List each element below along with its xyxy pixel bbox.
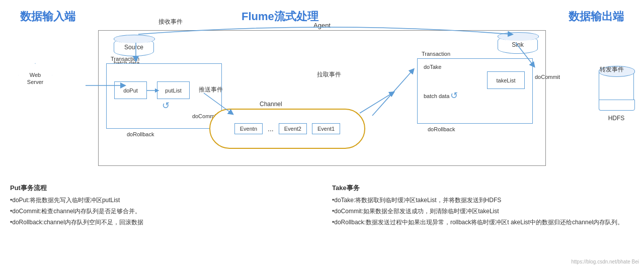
dots: ... bbox=[268, 125, 274, 133]
batch-data-right: batch data bbox=[424, 93, 449, 99]
transaction-left: Transaction doPut putList ↺ doCommit bbox=[106, 63, 222, 129]
rotate-arrow-left: ↺ bbox=[162, 100, 170, 111]
doput-box: doPut bbox=[114, 81, 147, 99]
put-item-1: •doPut:将批数据先写入临时缓冲区putList bbox=[10, 196, 312, 205]
take-item-2: •doCommit:如果数据全部发送成功，则清除临时缓冲区takeList bbox=[332, 207, 634, 216]
event1-box: Event1 bbox=[312, 123, 340, 134]
dorollback-left: doRollback bbox=[127, 131, 154, 137]
dotake-label: doTake bbox=[424, 64, 441, 70]
put-title: Put事务流程 bbox=[10, 184, 312, 193]
agent-label: Agent bbox=[313, 22, 331, 29]
eventn-box: Eventn bbox=[234, 123, 263, 134]
transaction-label-left: Transaction bbox=[111, 56, 139, 62]
receive-event-label: 接收事件 bbox=[158, 18, 183, 26]
source-group: Source bbox=[114, 38, 154, 56]
output-header: 数据输出端 bbox=[569, 9, 624, 24]
transaction-right: Transaction doTake takeList batch data ↺… bbox=[417, 58, 533, 124]
take-item-1: •doTake:将数据取到临时缓冲区takeList，并将数据发送到HDFS bbox=[332, 196, 634, 205]
bottom-left-col: Put事务流程 •doPut:将批数据先写入临时缓冲区putList •doCo… bbox=[10, 184, 312, 229]
channel-label: Channel bbox=[260, 101, 282, 108]
channel-ellipse: Eventn ... Event2 Event1 bbox=[209, 109, 365, 149]
webserver-group: Web Server bbox=[15, 60, 55, 101]
bottom-text: Put事务流程 •doPut:将批数据先写入临时缓冲区putList •doCo… bbox=[10, 184, 634, 229]
sink-cylinder: Sink bbox=[498, 36, 538, 54]
hdfs-cylinder bbox=[599, 70, 634, 111]
hdfs-label: HDFS bbox=[599, 115, 634, 122]
event2-box: Event2 bbox=[279, 123, 307, 134]
sink-group: Sink bbox=[498, 36, 538, 54]
channel-area: Channel Eventn ... Event2 Event1 bbox=[209, 109, 365, 154]
source-cylinder: Source bbox=[114, 38, 154, 56]
doput-arrow bbox=[147, 86, 159, 95]
take-item-3: •doRollback:数据发送过程中如果出现异常，rollback将临时缓冲区… bbox=[332, 218, 634, 227]
put-item-2: •doCommit:检查channel内存队列是否足够合并。 bbox=[10, 207, 312, 216]
docommit-right: doCommit bbox=[535, 74, 560, 80]
rotate-arrow-right: ↺ bbox=[450, 90, 458, 101]
diagram-area: Web Server HDFS Agent Source batch data … bbox=[70, 15, 574, 176]
hdfs-group: HDFS bbox=[599, 70, 634, 122]
dorollback-right: doRollback bbox=[428, 126, 455, 132]
pull-event-label: 拉取事件 bbox=[317, 70, 341, 79]
push-event-label: 推送事件 bbox=[199, 85, 223, 94]
take-title: Take事务 bbox=[332, 184, 634, 193]
put-item-3: •doRollback:channel内存队列空间不足，回滚数据 bbox=[10, 218, 312, 227]
putlist-box: putList bbox=[157, 81, 190, 99]
transaction-label-right: Transaction bbox=[422, 51, 450, 57]
bottom-right-col: Take事务 •doTake:将数据取到临时缓冲区takeList，并将数据发送… bbox=[332, 184, 634, 229]
forward-event-label: 转发事件 bbox=[600, 65, 624, 74]
takelist-box: takeList bbox=[487, 71, 525, 89]
input-header: 数据输入端 bbox=[20, 9, 75, 24]
page-wrapper: 数据输入端 Flume流式处理 数据输出端 Web Server HDFS Ag… bbox=[0, 0, 644, 267]
webserver-label: Web Server bbox=[15, 71, 55, 86]
watermark: https://blog.csdn.net/bhate Bei bbox=[571, 259, 639, 264]
agent-box: Agent Source batch data Transaction doPu… bbox=[98, 30, 546, 166]
